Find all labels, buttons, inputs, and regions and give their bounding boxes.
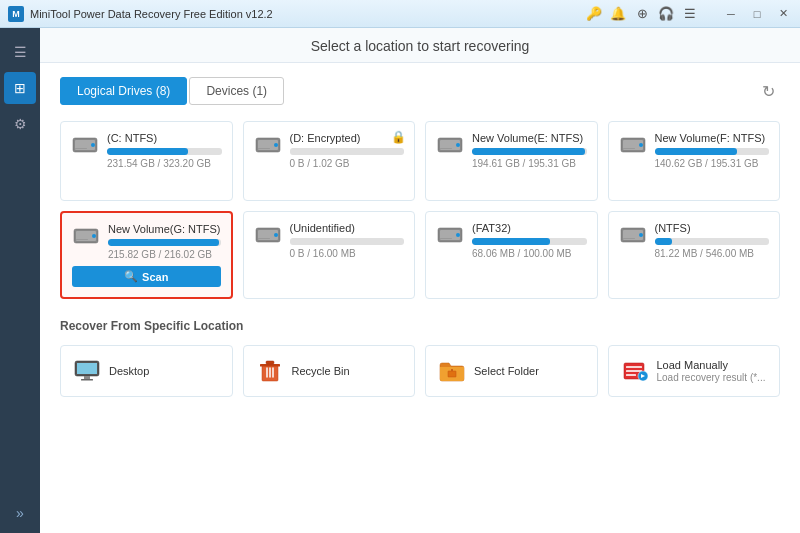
- drive-info: (FAT32) 68.06 MB / 100.00 MB: [472, 222, 587, 259]
- circle-icon[interactable]: ⊕: [634, 6, 650, 22]
- headset-icon[interactable]: 🎧: [658, 6, 674, 22]
- svg-rect-38: [266, 361, 274, 364]
- svg-rect-23: [258, 238, 270, 239]
- tab-devices[interactable]: Devices (1): [189, 77, 284, 105]
- close-button[interactable]: ✕: [774, 5, 792, 23]
- location-card[interactable]: Desktop: [60, 345, 233, 397]
- drive-info: (NTFS) 81.22 MB / 546.00 MB: [655, 222, 770, 259]
- drive-bar-fill: [472, 238, 550, 245]
- drive-size: 215.82 GB / 216.02 GB: [108, 249, 221, 260]
- sidebar: ☰ ⊞ ⚙ »: [0, 28, 40, 533]
- drive-card-inner: (Unidentified) 0 B / 16.00 MB: [254, 222, 405, 259]
- sidebar-expand-button[interactable]: »: [4, 503, 36, 523]
- drive-name: (D: Encrypted): [290, 132, 405, 144]
- svg-point-30: [639, 233, 643, 237]
- drive-info: (D: Encrypted) 0 B / 1.02 GB: [290, 132, 405, 169]
- drive-bar-bg: [655, 238, 770, 245]
- search-icon: 🔍: [124, 270, 138, 283]
- svg-rect-19: [76, 239, 88, 240]
- drive-hdd-icon: [619, 134, 647, 156]
- sidebar-item-settings[interactable]: ⚙: [4, 108, 36, 140]
- drive-bar-bg: [108, 239, 221, 246]
- drive-bar-fill: [108, 239, 219, 246]
- key-icon[interactable]: 🔑: [586, 6, 602, 22]
- titlebar-icons: 🔑 🔔 ⊕ 🎧 ☰ ─ □ ✕: [586, 5, 792, 23]
- locations-grid: Desktop Recycle Bin Select Folder: [60, 345, 780, 397]
- drive-bar-bg: [655, 148, 770, 155]
- titlebar-title: MiniTool Power Data Recovery Free Editio…: [30, 8, 273, 20]
- drive-bar-fill: [655, 148, 737, 155]
- drive-hdd-icon: [436, 134, 464, 156]
- sidebar-item-list[interactable]: ☰: [4, 36, 36, 68]
- refresh-button[interactable]: ↻: [756, 79, 780, 103]
- svg-rect-34: [84, 376, 90, 379]
- location-card[interactable]: Select Folder: [425, 345, 598, 397]
- drive-card[interactable]: (FAT32) 68.06 MB / 100.00 MB: [425, 211, 598, 299]
- tabs-row: Logical Drives (8) Devices (1) ↻: [60, 77, 780, 105]
- drive-card[interactable]: 🔒 (D: Encrypted) 0 B / 1.02 GB: [243, 121, 416, 201]
- drive-hdd-icon: [436, 224, 464, 246]
- drive-card-inner: (NTFS) 81.22 MB / 546.00 MB: [619, 222, 770, 259]
- menu-icon[interactable]: ☰: [682, 6, 698, 22]
- drive-bar-bg: [290, 148, 405, 155]
- drives-grid: (C: NTFS) 231.54 GB / 323.20 GB 🔒 (D: En…: [60, 121, 780, 299]
- app-logo: M: [8, 6, 24, 22]
- titlebar: M MiniTool Power Data Recovery Free Edit…: [0, 0, 800, 28]
- drive-bar-fill: [107, 148, 188, 155]
- svg-rect-45: [626, 366, 642, 368]
- drive-info: New Volume(E: NTFS) 194.61 GB / 195.31 G…: [472, 132, 587, 169]
- drive-size: 81.22 MB / 546.00 MB: [655, 248, 770, 259]
- drive-hdd-icon: [71, 134, 99, 156]
- svg-point-14: [639, 143, 643, 147]
- svg-rect-11: [440, 148, 452, 149]
- drive-card-inner: New Volume(F: NTFS) 140.62 GB / 195.31 G…: [619, 132, 770, 169]
- drive-name: New Volume(G: NTFS): [108, 223, 221, 235]
- drive-bar-fill: [472, 148, 585, 155]
- drive-info: New Volume(G: NTFS) 215.82 GB / 216.02 G…: [108, 223, 221, 260]
- drive-card[interactable]: (Unidentified) 0 B / 16.00 MB: [243, 211, 416, 299]
- location-icon: [256, 357, 284, 385]
- minimize-button[interactable]: ─: [722, 5, 740, 23]
- drive-card[interactable]: (NTFS) 81.22 MB / 546.00 MB: [608, 211, 781, 299]
- location-name: Recycle Bin: [292, 365, 350, 377]
- drive-info: New Volume(F: NTFS) 140.62 GB / 195.31 G…: [655, 132, 770, 169]
- maximize-button[interactable]: □: [748, 5, 766, 23]
- svg-rect-33: [77, 363, 97, 374]
- svg-rect-7: [258, 148, 270, 149]
- sidebar-item-drives[interactable]: ⊞: [4, 72, 36, 104]
- drive-info: (C: NTFS) 231.54 GB / 323.20 GB: [107, 132, 222, 169]
- sidebar-bottom: »: [4, 503, 36, 533]
- bell-icon[interactable]: 🔔: [610, 6, 626, 22]
- drive-size: 140.62 GB / 195.31 GB: [655, 158, 770, 169]
- drive-card[interactable]: New Volume(G: NTFS) 215.82 GB / 216.02 G…: [60, 211, 233, 299]
- svg-rect-47: [626, 374, 636, 376]
- drive-size: 0 B / 1.02 GB: [290, 158, 405, 169]
- drive-bar-fill: [655, 238, 672, 245]
- page-title: Select a location to start recovering: [311, 38, 530, 54]
- titlebar-left: M MiniTool Power Data Recovery Free Edit…: [8, 6, 273, 22]
- scan-button[interactable]: 🔍 Scan: [72, 266, 221, 287]
- location-sub: Load recovery result (*...: [657, 372, 766, 383]
- location-card[interactable]: Recycle Bin: [243, 345, 416, 397]
- svg-rect-46: [626, 370, 642, 372]
- svg-point-26: [456, 233, 460, 237]
- svg-rect-31: [623, 238, 635, 239]
- svg-point-6: [274, 143, 278, 147]
- main-content: Logical Drives (8) Devices (1) ↻ (C: NTF…: [40, 63, 800, 533]
- tab-logical-drives[interactable]: Logical Drives (8): [60, 77, 187, 105]
- drive-hdd-icon: [254, 134, 282, 156]
- svg-rect-37: [260, 364, 280, 367]
- drive-card[interactable]: New Volume(E: NTFS) 194.61 GB / 195.31 G…: [425, 121, 598, 201]
- drive-card[interactable]: (C: NTFS) 231.54 GB / 323.20 GB: [60, 121, 233, 201]
- svg-point-18: [92, 234, 96, 238]
- drive-card-inner: New Volume(E: NTFS) 194.61 GB / 195.31 G…: [436, 132, 587, 169]
- drive-card[interactable]: New Volume(F: NTFS) 140.62 GB / 195.31 G…: [608, 121, 781, 201]
- drive-name: (NTFS): [655, 222, 770, 234]
- svg-point-2: [91, 143, 95, 147]
- section-title: Recover From Specific Location: [60, 319, 780, 333]
- location-card[interactable]: Load Manually Load recovery result (*...: [608, 345, 781, 397]
- svg-point-10: [456, 143, 460, 147]
- svg-rect-3: [75, 148, 87, 149]
- drive-name: (Unidentified): [290, 222, 405, 234]
- location-text: Select Folder: [474, 365, 539, 377]
